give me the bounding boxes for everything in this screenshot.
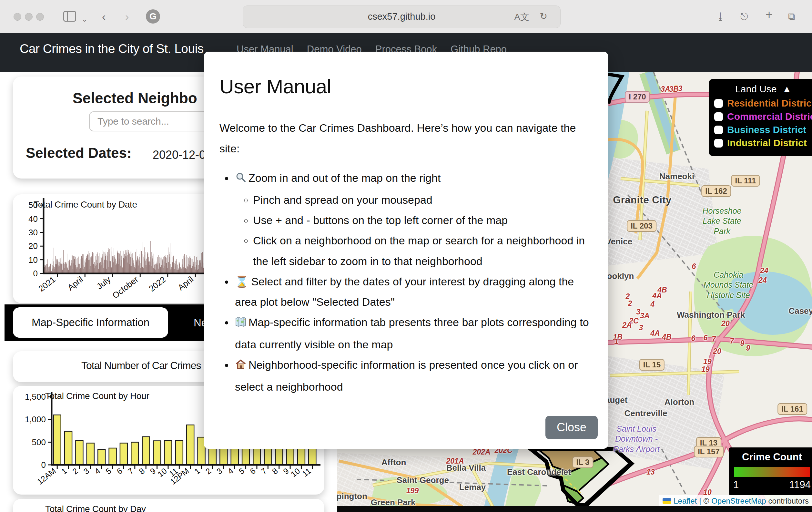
user-manual-modal: User Manual Welcome to the Car Crimes Da… bbox=[204, 52, 608, 449]
svg-text:20: 20 bbox=[28, 241, 38, 251]
day-chart-card: Total Crime Count by Day bbox=[13, 499, 324, 512]
day-chart-title: Total Crime Count by Day bbox=[45, 504, 146, 512]
land-use-legend: Land Use ▲ Residential DistrictCommercia… bbox=[709, 79, 812, 156]
bullet-text: Neighborhood-specific information is pre… bbox=[235, 359, 578, 393]
svg-text:1,500: 1,500 bbox=[25, 392, 46, 402]
user-manual-content: User Manual Welcome to the Car Crimes Da… bbox=[220, 63, 594, 398]
url-text: csex57.github.io bbox=[243, 11, 560, 22]
route-shield-i-270: I 270 bbox=[625, 91, 650, 103]
osm-link[interactable]: OpenStreetMap bbox=[711, 496, 766, 506]
manual-sub-bullet: Pinch and spread on your mousepad bbox=[253, 190, 594, 210]
svg-text:4: 4 bbox=[93, 466, 102, 476]
share-icon[interactable]: ⎋ bbox=[741, 10, 748, 23]
legend-collapse-icon[interactable]: ▲ bbox=[782, 84, 792, 94]
selected-dates-label: Selected Dates: bbox=[26, 145, 132, 161]
page-bottom-strip bbox=[337, 506, 812, 512]
selected-neighborhood-title: Selected Neighbo bbox=[72, 89, 197, 107]
modal-intro: Welcome to the Car Crimes Dashboard. Her… bbox=[220, 118, 594, 159]
translate-icon[interactable]: A文 bbox=[514, 11, 529, 23]
close-button[interactable]: Close bbox=[545, 416, 598, 439]
route-shield-il-157: IL 157 bbox=[694, 446, 724, 457]
svg-text:5: 5 bbox=[104, 466, 113, 476]
manual-sub-bullet: Click on a neighborhood on the map or se… bbox=[253, 230, 594, 271]
leaflet-link[interactable]: Leaflet bbox=[673, 496, 697, 506]
svg-text:500: 500 bbox=[32, 437, 46, 447]
forward-button[interactable]: › bbox=[125, 10, 129, 23]
land-use-item: Residential District bbox=[714, 98, 812, 109]
attribution-separator: | bbox=[699, 496, 701, 506]
close-window-button[interactable] bbox=[13, 13, 21, 21]
land-use-checkbox[interactable] bbox=[714, 112, 723, 121]
land-use-checkbox[interactable] bbox=[714, 99, 723, 108]
svg-text:0: 0 bbox=[41, 460, 46, 470]
svg-text:April: April bbox=[176, 275, 195, 292]
svg-text:1: 1 bbox=[193, 466, 202, 476]
bullet-text: Select and filter by the dates of your i… bbox=[235, 275, 574, 308]
magnifier-icon bbox=[235, 169, 246, 190]
downloads-icon[interactable]: ⭳ bbox=[716, 10, 726, 23]
house-icon bbox=[235, 357, 246, 377]
crime-legend-min: 1 bbox=[733, 479, 739, 491]
minimize-window-button[interactable] bbox=[25, 13, 33, 21]
svg-text:2: 2 bbox=[204, 466, 213, 476]
svg-text:3: 3 bbox=[82, 466, 91, 476]
ukraine-flag-icon bbox=[663, 498, 671, 504]
svg-text:4: 4 bbox=[226, 466, 235, 476]
svg-text:2021: 2021 bbox=[36, 275, 57, 293]
map-attribution: Leaflet | © OpenStreetMap contributors bbox=[659, 495, 812, 507]
land-use-legend-title: Land Use ▲ bbox=[714, 84, 812, 94]
zoom-window-button[interactable] bbox=[36, 13, 44, 21]
svg-text:10: 10 bbox=[289, 466, 301, 479]
svg-text:July: July bbox=[95, 275, 113, 291]
attribution-suffix: contributors bbox=[768, 496, 809, 506]
route-shield-il-3: IL 3 bbox=[573, 456, 593, 468]
crime-count-legend: Crime Count 1 1194 bbox=[729, 448, 812, 495]
reload-icon[interactable]: ↻ bbox=[540, 11, 547, 22]
land-use-item: Commercial District bbox=[714, 111, 812, 122]
land-use-checkbox[interactable] bbox=[714, 125, 723, 134]
world-map-icon bbox=[235, 314, 246, 334]
svg-text:2022: 2022 bbox=[147, 275, 168, 293]
manual-bullet: Neighborhood-specific information is pre… bbox=[234, 355, 594, 397]
svg-text:5: 5 bbox=[237, 466, 246, 476]
svg-text:40: 40 bbox=[28, 214, 38, 224]
svg-text:8: 8 bbox=[270, 466, 280, 476]
svg-text:1: 1 bbox=[59, 466, 68, 476]
svg-text:6: 6 bbox=[248, 466, 257, 476]
manual-sub-bullet: Use + and - buttons on the top left corn… bbox=[253, 210, 594, 230]
land-use-label: Commercial District bbox=[727, 111, 812, 122]
svg-text:10: 10 bbox=[28, 255, 38, 265]
land-use-checkbox[interactable] bbox=[714, 139, 723, 147]
svg-text:50: 50 bbox=[28, 200, 38, 210]
svg-text:0: 0 bbox=[33, 268, 38, 278]
svg-text:April: April bbox=[65, 275, 85, 292]
route-shield-il-111: IL 111 bbox=[731, 175, 760, 187]
hourglass-icon: ⌛ bbox=[235, 275, 249, 288]
svg-text:8: 8 bbox=[137, 466, 146, 476]
svg-text:30: 30 bbox=[28, 228, 38, 237]
bullet-text: Map-specific information tab presents th… bbox=[235, 316, 589, 350]
land-use-label: Industrial District bbox=[727, 138, 807, 148]
attribution-copyright: © bbox=[703, 496, 709, 506]
manual-bullet: ⌛Select and filter by the dates of your … bbox=[234, 272, 594, 312]
back-button[interactable]: ‹ bbox=[102, 10, 106, 23]
land-use-item: Industrial District bbox=[714, 138, 812, 148]
address-bar[interactable]: csex57.github.io A文 ↻ bbox=[243, 5, 560, 28]
manual-bullet: Map-specific information tab presents th… bbox=[234, 312, 594, 354]
svg-text:7: 7 bbox=[126, 466, 135, 476]
sidebar-toggle-icon[interactable] bbox=[63, 11, 76, 22]
svg-text:12AM: 12AM bbox=[35, 466, 58, 486]
extension-icon[interactable]: G bbox=[146, 9, 160, 24]
svg-text:3: 3 bbox=[215, 466, 224, 476]
bullet-text: Zoom in and out of the map on the right bbox=[249, 172, 440, 184]
tab-overview-icon[interactable]: ⧉ bbox=[788, 10, 795, 23]
svg-text:October: October bbox=[111, 275, 140, 301]
svg-text:1,000: 1,000 bbox=[25, 415, 46, 424]
route-shield-il-162: IL 162 bbox=[701, 185, 731, 197]
svg-text:2: 2 bbox=[71, 466, 80, 476]
route-shield-il-203: IL 203 bbox=[627, 220, 657, 232]
new-tab-icon[interactable]: + bbox=[765, 8, 773, 21]
tab-map-specific[interactable]: Map-Specific Information bbox=[13, 307, 168, 338]
chevron-down-icon[interactable]: ⌄ bbox=[81, 13, 88, 25]
route-shield-il-15: IL 15 bbox=[639, 359, 665, 371]
